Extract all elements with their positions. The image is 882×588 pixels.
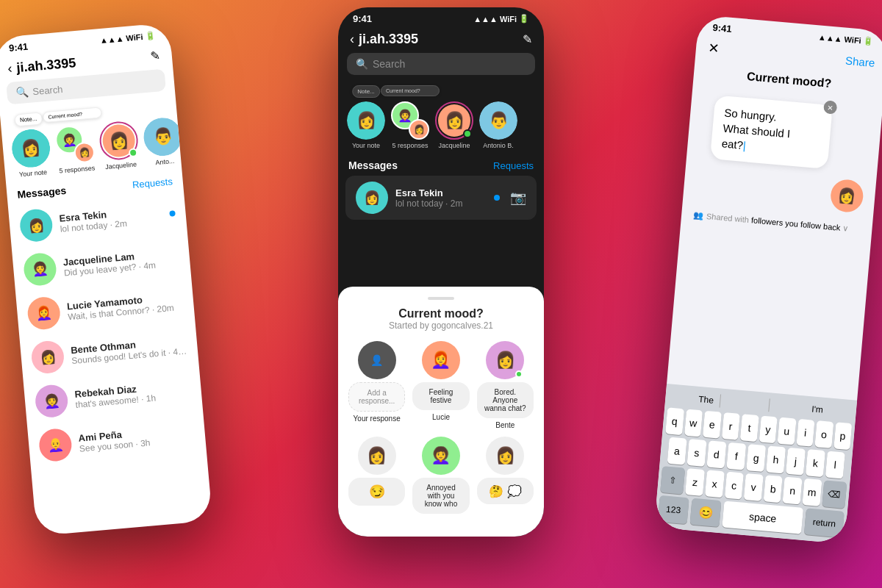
online-dot-bente: [515, 370, 523, 378]
key-q[interactable]: q: [665, 407, 684, 435]
close-icon-right[interactable]: ✕: [707, 40, 720, 57]
mood-avatar-lucie: 👩‍🦰: [422, 341, 460, 379]
status-icons-right: ▲▲▲ WiFi 🔋: [818, 32, 875, 46]
autocomplete-word-2[interactable]: [756, 398, 770, 412]
signal-icon-center: ▲▲▲: [473, 15, 498, 24]
msg-name-esra-center: Esra Tekin: [395, 187, 487, 198]
key-z[interactable]: z: [685, 468, 705, 496]
msg-esra-center[interactable]: 👩 Esra Tekin lol not today · 2m 📷: [345, 176, 537, 220]
modal-sheet-center: Current mood? Started by gogoncalves.21 …: [338, 287, 544, 537]
status-icons-left: ▲▲▲ WiFi 🔋: [99, 31, 156, 46]
mood-avatar-emoji2: 👩: [486, 437, 524, 475]
key-t[interactable]: t: [740, 414, 759, 442]
story-antonio-center[interactable]: 👨 Antonio B.: [479, 85, 517, 149]
multi-avatar-responses: 👩‍🦱 👩: [54, 123, 96, 165]
story-5-responses[interactable]: Current mood? 👩‍🦱 👩 5 responses: [53, 108, 96, 175]
wifi-icon-right: WiFi: [844, 35, 861, 45]
story-jacqueline-left[interactable]: 👩 Jacqueline: [97, 104, 140, 171]
status-bar-center: 9:41 ▲▲▲ WiFi 🔋: [338, 7, 544, 27]
key-e[interactable]: e: [703, 411, 722, 439]
mood-item-lucie[interactable]: 👩‍🦰 Feeling festive Lucie: [412, 341, 469, 429]
story-label-your-note: Your note: [19, 168, 48, 178]
key-g[interactable]: g: [746, 444, 766, 472]
modal-handle: [428, 297, 454, 300]
camera-icon-center[interactable]: 📷: [510, 190, 526, 206]
key-i[interactable]: i: [796, 419, 815, 447]
search-icon-center: 🔍: [356, 58, 368, 70]
key-space[interactable]: space: [722, 501, 803, 534]
msg-info-ami: Ami Peña See you soon · 3h: [78, 422, 196, 453]
app-header-center: ‹ ji.ah.3395 ✎: [338, 27, 544, 53]
story-label-5resp-center: 5 responses: [392, 142, 428, 149]
key-k[interactable]: k: [806, 449, 825, 477]
back-icon-center[interactable]: ‹: [350, 32, 354, 47]
requests-label-center[interactable]: Requests: [493, 160, 534, 171]
key-w[interactable]: w: [684, 409, 703, 437]
mood-item-emoji1[interactable]: 👩 😏: [348, 437, 405, 517]
keyboard-right[interactable]: The I'm q w e r t y u i o p a s d f g h …: [654, 384, 857, 544]
key-l[interactable]: l: [825, 451, 845, 479]
share-button[interactable]: Share: [845, 54, 875, 68]
key-u[interactable]: u: [778, 417, 797, 445]
mood-item-add[interactable]: 👤 Add a response... Your response: [348, 341, 405, 429]
rp-sender-avatar: 👩: [829, 179, 864, 214]
key-123[interactable]: 123: [658, 495, 689, 524]
mood-item-annoyed[interactable]: 👩‍🦱 Annoyed with you know who: [412, 437, 469, 517]
story-label-responses: 5 responses: [59, 164, 96, 174]
chat-bubble-close[interactable]: ✕: [823, 100, 838, 115]
back-icon-left[interactable]: ‹: [7, 61, 13, 76]
edit-icon-left[interactable]: ✎: [150, 49, 161, 63]
key-x[interactable]: x: [705, 470, 725, 498]
key-b[interactable]: b: [763, 475, 783, 503]
msg-avatar-rebekah: 👩‍🦱: [34, 384, 69, 419]
search-bar-center[interactable]: 🔍 Search: [347, 53, 535, 75]
key-return[interactable]: return: [804, 508, 845, 537]
header-left-group: ‹ ji.ah.3395: [7, 55, 77, 76]
key-a[interactable]: a: [667, 437, 687, 465]
note-bubble-mood: Current mood?: [43, 107, 102, 123]
autocomplete-word-1[interactable]: The: [692, 392, 721, 407]
requests-label-left[interactable]: Requests: [132, 176, 173, 190]
autocomplete-word-3[interactable]: I'm: [805, 402, 829, 417]
mood-name-lucie: Lucie: [432, 413, 450, 421]
key-emoji[interactable]: 😊: [690, 498, 722, 527]
msg-avatar-esra-center: 👩: [356, 182, 388, 214]
mood-bubble-add[interactable]: Add a response...: [348, 382, 405, 412]
key-o[interactable]: o: [814, 420, 833, 448]
mood-bubble-emoji2: 🤔 💭: [477, 478, 534, 504]
key-f[interactable]: f: [726, 442, 746, 470]
key-j[interactable]: j: [786, 448, 806, 476]
key-s[interactable]: s: [687, 439, 707, 467]
phone-center: 9:41 ▲▲▲ WiFi 🔋 ‹ ji.ah.3395 ✎ 🔍 Search …: [338, 7, 544, 537]
modal-title: Current mood?: [338, 307, 544, 320]
key-d[interactable]: d: [706, 440, 726, 468]
key-y[interactable]: y: [759, 415, 778, 443]
mood-bubble-bente: Bored. Anyone wanna chat?: [477, 382, 534, 418]
key-r[interactable]: r: [721, 412, 740, 440]
wifi-icon-center: WiFi: [500, 15, 517, 24]
key-p[interactable]: p: [833, 422, 853, 450]
key-h[interactable]: h: [766, 445, 786, 473]
msg-info-rebekah: Rebekah Diaz that's awesome! · 1h: [74, 379, 192, 410]
story-jacq-center[interactable]: 👩 Jacqueline: [435, 85, 473, 149]
mood-bubble-annoyed: Annoyed with you know who: [412, 478, 469, 514]
story-antonio-left[interactable]: 👨 Anto...: [140, 100, 182, 167]
time-left: 9:41: [8, 41, 28, 54]
key-c[interactable]: c: [724, 472, 744, 500]
msg-avatar-ami: 👩‍🦲: [38, 428, 74, 463]
key-v[interactable]: v: [744, 473, 764, 501]
mood-grid: 👤 Add a response... Your response 👩‍🦰 Fe…: [338, 341, 544, 527]
mood-name-bente: Bente: [495, 421, 514, 429]
key-m[interactable]: m: [802, 478, 822, 506]
msg-info-bente: Bente Othman Sounds good! Let's do it · …: [71, 334, 188, 366]
story-your-note-center[interactable]: Note... 👩 Your note: [347, 85, 385, 149]
edit-icon-center[interactable]: ✎: [523, 32, 532, 46]
story-label-antonio: Anto...: [155, 157, 175, 166]
story-5resp-center[interactable]: Current mood? 👩‍🦱 👩 5 responses: [391, 85, 429, 149]
key-delete[interactable]: ⌫: [822, 480, 847, 509]
key-shift[interactable]: ⇧: [660, 466, 685, 495]
mood-item-emoji2[interactable]: 👩 🤔 💭: [477, 437, 534, 517]
chat-bubble-text: So hungry.What should Ieat?|: [721, 105, 822, 159]
mood-item-bente[interactable]: 👩 Bored. Anyone wanna chat? Bente: [477, 341, 534, 429]
key-n[interactable]: n: [783, 477, 803, 505]
